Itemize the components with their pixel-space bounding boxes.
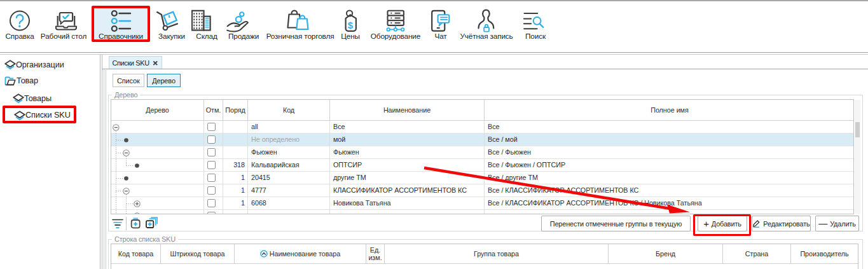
- svg-text:$: $: [348, 20, 354, 31]
